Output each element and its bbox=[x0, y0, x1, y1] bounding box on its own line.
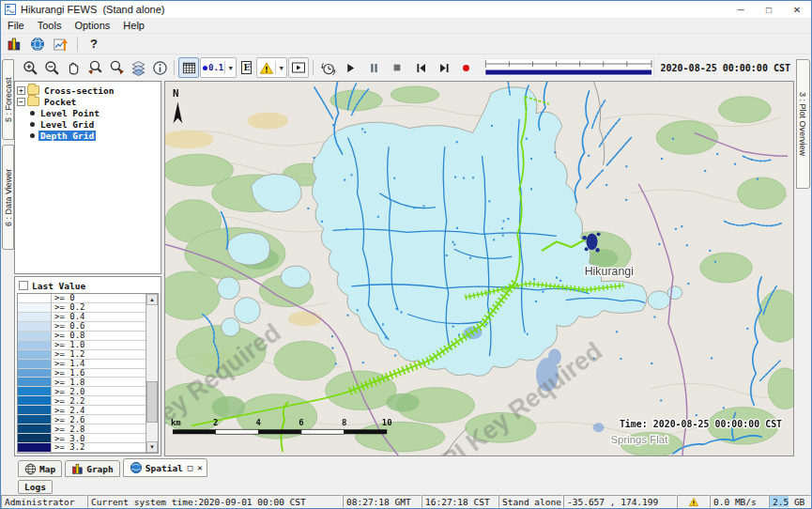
legend-toggle-button[interactable]: E bbox=[237, 57, 255, 78]
legend-row[interactable]: >= 1.2 bbox=[18, 350, 158, 360]
zoom-previous-icon bbox=[87, 60, 103, 76]
globe-icon bbox=[130, 461, 143, 474]
tree-expander-icon[interactable]: − bbox=[17, 98, 25, 106]
layers-button[interactable] bbox=[128, 57, 148, 78]
tree-node-level-point[interactable]: Level Point bbox=[28, 107, 161, 118]
import-status-button[interactable] bbox=[4, 35, 24, 54]
legend-row[interactable]: >= 1.0 bbox=[18, 341, 158, 350]
legend-row[interactable]: >= 3.2 bbox=[18, 443, 158, 453]
legend-entry-label: >= 1.0 bbox=[52, 341, 85, 349]
menu-tools[interactable]: Tools bbox=[31, 19, 69, 32]
legend-row[interactable]: >= 0 bbox=[18, 294, 158, 303]
tree-expander-icon[interactable]: + bbox=[17, 86, 25, 95]
bottom-tab-bar: Map Graph Spatial □ ✕ bbox=[1, 456, 811, 478]
zoom-previous-button[interactable] bbox=[84, 57, 105, 78]
timeseries-dialog-button[interactable] bbox=[51, 35, 71, 54]
tab-maximize-icon[interactable]: □ bbox=[188, 463, 192, 472]
tree-node-level-grid[interactable]: Level Grid bbox=[28, 118, 161, 130]
map-display-button[interactable] bbox=[27, 35, 48, 54]
scalebar-tick-label: 4 bbox=[256, 418, 261, 427]
tab-close-icon[interactable]: ✕ bbox=[197, 463, 202, 472]
legend-scrollbar[interactable]: ▲ ▼ bbox=[146, 294, 158, 453]
contour-interval-dropdown[interactable]: 0.1 ▼ bbox=[200, 57, 237, 78]
warnings-dropdown[interactable]: ▼ bbox=[256, 57, 287, 78]
zoom-in-button[interactable] bbox=[20, 57, 40, 78]
legend-row[interactable]: >= 2.8 bbox=[18, 424, 158, 434]
toolbar-separator bbox=[313, 60, 314, 75]
legend-row[interactable]: >= 2.0 bbox=[18, 387, 158, 396]
pan-button[interactable] bbox=[63, 57, 84, 78]
legend-row[interactable]: >= 2.2 bbox=[18, 396, 158, 406]
tree-node-pocket[interactable]: −Pocket bbox=[17, 96, 161, 107]
legend-row[interactable]: >= 3.0 bbox=[18, 434, 158, 443]
tab-plot-overview[interactable]: 3 : Plot Overview bbox=[796, 59, 810, 189]
play-icon bbox=[345, 62, 357, 74]
last-value-checkbox[interactable] bbox=[19, 281, 28, 290]
stop-button[interactable] bbox=[386, 57, 408, 78]
pause-button[interactable] bbox=[362, 57, 385, 78]
legend-panel: Last Value >= 0>= 0.2>= 0.4>= 0.6>= 0.8>… bbox=[14, 276, 161, 456]
legend-entry-label: >= 2.0 bbox=[52, 387, 85, 395]
legend-row[interactable]: >= 0.2 bbox=[18, 303, 158, 313]
tab-map[interactable]: Map bbox=[18, 460, 62, 477]
tree-node-cross-section[interactable]: +Cross-section bbox=[17, 85, 161, 96]
tab-data-viewer[interactable]: 6 : Data Viewer bbox=[2, 145, 14, 250]
status-system-time: Current system time:2020-09-01 00:00 CST bbox=[87, 495, 343, 508]
legend-row[interactable]: >= 0.6 bbox=[18, 322, 158, 332]
layers-icon bbox=[130, 60, 146, 76]
scalebar-tick-label: 6 bbox=[299, 418, 303, 427]
close-button[interactable]: ✕ bbox=[783, 1, 811, 18]
record-icon bbox=[461, 63, 471, 73]
legend-row[interactable]: >= 2.4 bbox=[18, 406, 158, 415]
legend-row[interactable]: >= 2.6 bbox=[18, 415, 158, 424]
time-slider[interactable] bbox=[483, 58, 653, 77]
scalebar-tick-label: 2 bbox=[213, 418, 218, 427]
step-back-button[interactable] bbox=[409, 57, 432, 78]
legend-swatch bbox=[18, 406, 52, 414]
title-bar: Hikurangi FEWS (Stand alone) ─ □ ✕ bbox=[1, 1, 811, 18]
app-window: Hikurangi FEWS (Stand alone) ─ □ ✕ FileT… bbox=[0, 0, 812, 509]
tab-spatial[interactable]: Spatial □ ✕ bbox=[123, 458, 207, 477]
legend-row[interactable]: >= 1.8 bbox=[18, 378, 158, 387]
legend-row[interactable]: >= 1.4 bbox=[18, 360, 158, 369]
scroll-down-icon[interactable]: ▼ bbox=[146, 441, 158, 453]
info-button[interactable] bbox=[149, 57, 170, 78]
legend-entry-label: >= 0.4 bbox=[52, 313, 85, 321]
step-forward-button[interactable] bbox=[433, 57, 455, 78]
movie-player-button[interactable] bbox=[288, 57, 309, 78]
tree-node-label: Depth Grid bbox=[38, 131, 96, 141]
scroll-thumb[interactable] bbox=[146, 381, 158, 423]
scroll-up-icon[interactable]: ▲ bbox=[146, 294, 158, 305]
legend-row[interactable]: >= 0.4 bbox=[18, 313, 158, 322]
status-warning-cell[interactable] bbox=[677, 495, 710, 508]
help-button[interactable]: ? bbox=[84, 35, 104, 54]
scroll-track[interactable] bbox=[146, 305, 158, 441]
zoom-out-button[interactable] bbox=[41, 57, 62, 78]
status-user: Administrator bbox=[1, 495, 87, 508]
grid-display-toggle[interactable] bbox=[178, 57, 199, 78]
menu-help[interactable]: Help bbox=[116, 19, 151, 32]
minimize-button[interactable]: ─ bbox=[727, 1, 755, 18]
tab-graph[interactable]: Graph bbox=[65, 460, 120, 477]
play-button[interactable] bbox=[339, 57, 361, 78]
record-button[interactable] bbox=[456, 57, 475, 78]
map-view[interactable]: API Key Required API Key Required N km 2… bbox=[164, 81, 794, 456]
leaf-bullet-icon bbox=[30, 111, 35, 116]
legend-entry-label: >= 2.4 bbox=[52, 406, 85, 414]
zoom-next-button[interactable] bbox=[106, 57, 127, 78]
legend-entry-label: >= 2.6 bbox=[52, 415, 85, 424]
legend-row[interactable]: >= 1.6 bbox=[18, 369, 158, 378]
animation-settings-button[interactable] bbox=[317, 57, 338, 78]
tree-node-depth-grid[interactable]: Depth Grid bbox=[28, 130, 161, 141]
tab-map-label: Map bbox=[39, 464, 55, 474]
current-time-display: 2020-08-25 00:00:00 CST bbox=[661, 63, 790, 73]
legend-entry-label: >= 0.6 bbox=[52, 322, 85, 331]
menu-options[interactable]: Options bbox=[68, 19, 116, 32]
legend-row[interactable]: >= 0.8 bbox=[18, 332, 158, 341]
town-label: Hikurangi bbox=[585, 265, 634, 278]
tab-forecast[interactable]: 5 : Forecast bbox=[2, 59, 14, 140]
legend-swatch bbox=[18, 415, 52, 424]
logs-button[interactable]: Logs bbox=[18, 480, 53, 494]
menu-file[interactable]: File bbox=[1, 19, 31, 32]
maximize-button[interactable]: □ bbox=[755, 1, 783, 18]
